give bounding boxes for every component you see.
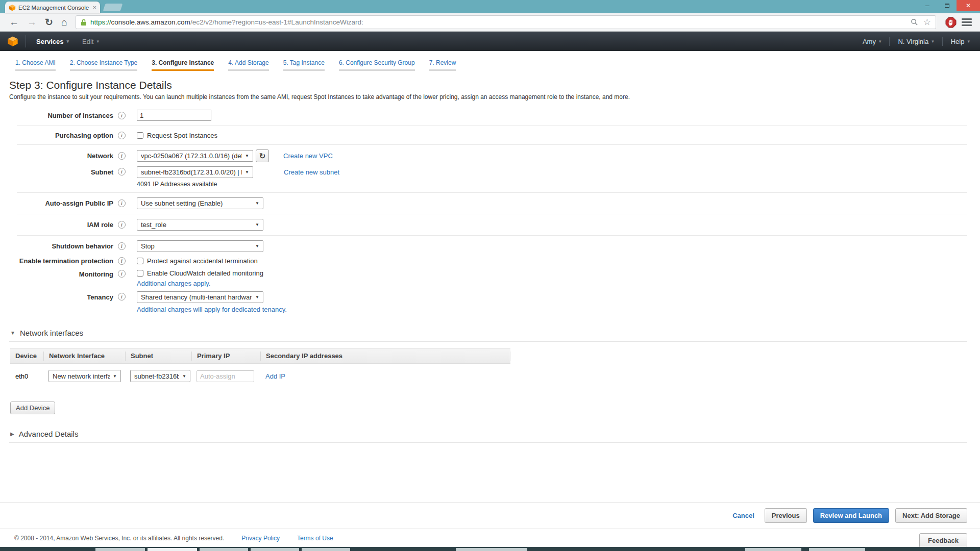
- new-tab-button[interactable]: [103, 4, 123, 11]
- column-header-device: Device: [10, 352, 43, 361]
- wizard-step-7-review[interactable]: 7. Review: [429, 59, 456, 71]
- subnet-select-value: subnet-fb2316bd(172.31.0.0/20) | Default…: [141, 168, 242, 176]
- next-add-storage-button[interactable]: Next: Add Storage: [895, 508, 967, 523]
- iam-role-select[interactable]: test_role ▼: [137, 219, 263, 231]
- table-header-row: Device Network Interface Subnet Primary …: [10, 348, 510, 364]
- network-select-value: vpc-0250a067 (172.31.0.0/16) (default): [141, 152, 242, 160]
- monitoring-checkbox[interactable]: [137, 270, 143, 277]
- browser-menu-icon[interactable]: [962, 17, 972, 28]
- network-interfaces-section-header[interactable]: ▼ Network interfaces: [10, 329, 980, 337]
- browser-titlebar: EC2 Management Console × ─ ✕: [0, 0, 980, 13]
- advanced-details-section-header[interactable]: ▶ Advanced Details: [10, 430, 980, 438]
- network-select[interactable]: vpc-0250a067 (172.31.0.0/16) (default) ▼: [137, 150, 253, 162]
- info-icon[interactable]: i: [118, 152, 126, 160]
- divider: [889, 37, 890, 46]
- info-icon[interactable]: i: [118, 168, 126, 176]
- previous-button[interactable]: Previous: [765, 508, 807, 523]
- tab-close-icon[interactable]: ×: [92, 4, 96, 11]
- url-host: console.aws.amazon.com: [111, 18, 190, 26]
- home-icon[interactable]: ⌂: [61, 16, 67, 28]
- shutdown-behavior-select[interactable]: Stop ▼: [137, 240, 263, 252]
- dedicated-tenancy-charges-link[interactable]: Additional charges will apply for dedica…: [137, 306, 287, 313]
- refresh-vpc-button[interactable]: ↻: [256, 149, 269, 162]
- info-icon[interactable]: i: [118, 270, 126, 278]
- termination-protection-label: Enable termination protection: [8, 257, 113, 265]
- primary-ip-input[interactable]: [197, 370, 254, 382]
- taskbar-app-button: [302, 548, 350, 551]
- url-bar[interactable]: https://console.aws.amazon.com/ec2/v2/ho…: [76, 15, 936, 29]
- cancel-link[interactable]: Cancel: [732, 512, 754, 519]
- divider: [17, 235, 967, 236]
- taskbar-app-button: [148, 548, 197, 551]
- form-row-purchasing-option: Purchasing option i Request Spot Instanc…: [8, 129, 980, 142]
- chevron-down-icon: ▼: [255, 295, 259, 299]
- wizard-step-2-choose-instance-type[interactable]: 2. Choose Instance Type: [70, 59, 138, 71]
- window-minimize-button[interactable]: ─: [918, 0, 937, 11]
- feedback-button[interactable]: Feedback: [919, 533, 967, 548]
- configure-instance-form: Number of instances i Purchasing option …: [8, 108, 980, 315]
- aws-logo-icon[interactable]: [7, 36, 18, 47]
- region-menu[interactable]: N. Virginia ▾: [895, 38, 937, 45]
- user-label: Amy: [863, 38, 876, 45]
- create-new-vpc-link[interactable]: Create new VPC: [283, 152, 333, 160]
- wizard-steps-bar: 1. Choose AMI 2. Choose Instance Type 3.…: [0, 51, 980, 71]
- purchasing-option-label: Purchasing option: [8, 132, 113, 139]
- reload-icon[interactable]: ↻: [45, 16, 53, 28]
- wizard-step-6-configure-security-group[interactable]: 6. Configure Security Group: [339, 59, 415, 71]
- wizard-step-5-tag-instance[interactable]: 5. Tag Instance: [283, 59, 325, 71]
- window-restore-button[interactable]: [937, 0, 957, 11]
- auto-assign-public-ip-select[interactable]: Use subnet setting (Enable) ▼: [137, 197, 263, 209]
- tab-title: EC2 Management Console: [18, 5, 92, 11]
- add-ip-link[interactable]: Add IP: [265, 372, 285, 380]
- taskbar-app-button: [95, 548, 145, 551]
- chevron-down-icon: ▼: [255, 222, 259, 227]
- tenancy-select[interactable]: Shared tenancy (multi-tenant hardware) ▼: [137, 291, 263, 303]
- help-menu[interactable]: Help ▾: [948, 38, 973, 45]
- main-content: Step 3: Configure Instance Details Confi…: [0, 79, 980, 443]
- edit-menu[interactable]: Edit ▾: [79, 38, 102, 45]
- aws-favicon: [9, 4, 16, 11]
- divider: [17, 214, 967, 214]
- row-network-interface-value: New network interfac: [53, 372, 110, 380]
- add-device-button[interactable]: Add Device: [10, 402, 55, 414]
- window-close-button[interactable]: ✕: [957, 0, 980, 11]
- info-icon[interactable]: i: [118, 293, 126, 300]
- region-label: N. Virginia: [898, 38, 928, 45]
- info-icon[interactable]: i: [118, 112, 126, 119]
- additional-charges-link[interactable]: Additional charges apply.: [137, 280, 210, 287]
- wizard-step-4-add-storage[interactable]: 4. Add Storage: [228, 59, 268, 71]
- create-new-subnet-link[interactable]: Create new subnet: [284, 168, 339, 176]
- search-icon[interactable]: [911, 18, 918, 26]
- bookmark-star-icon[interactable]: ☆: [923, 17, 931, 28]
- forward-icon: →: [27, 17, 37, 28]
- number-of-instances-input[interactable]: [137, 110, 211, 121]
- wizard-step-1-choose-ami[interactable]: 1. Choose AMI: [15, 59, 56, 71]
- stop-hand-extension-icon[interactable]: [945, 17, 957, 28]
- column-header-network-interface: Network Interface: [43, 352, 125, 361]
- url-scheme: https://: [90, 18, 111, 26]
- info-icon[interactable]: i: [118, 257, 126, 265]
- info-icon[interactable]: i: [118, 132, 126, 139]
- divider: [26, 35, 26, 47]
- user-menu[interactable]: Amy ▾: [860, 38, 885, 45]
- privacy-policy-link[interactable]: Privacy Policy: [241, 535, 280, 542]
- browser-tab[interactable]: EC2 Management Console ×: [5, 2, 100, 13]
- form-row-monitoring: Monitoring i Enable CloudWatch detailed …: [8, 267, 980, 289]
- wizard-action-bar: Cancel Previous Review and Launch Next: …: [0, 502, 980, 523]
- terms-of-use-link[interactable]: Terms of Use: [297, 535, 333, 542]
- termination-protection-checkbox[interactable]: [137, 258, 143, 264]
- back-icon[interactable]: ←: [9, 17, 19, 28]
- info-icon[interactable]: i: [118, 242, 126, 250]
- row-subnet-select[interactable]: subnet-fb2316b ▼: [130, 370, 190, 382]
- chevron-down-icon: ▼: [113, 374, 117, 379]
- row-network-interface-select[interactable]: New network interfac ▼: [48, 370, 121, 382]
- divider: [17, 144, 967, 145]
- info-icon[interactable]: i: [118, 221, 126, 229]
- review-and-launch-button[interactable]: Review and Launch: [813, 508, 889, 523]
- subnet-select[interactable]: subnet-fb2316bd(172.31.0.0/20) | Default…: [137, 166, 253, 178]
- edit-label: Edit: [82, 38, 93, 45]
- info-icon[interactable]: i: [118, 199, 126, 207]
- services-menu[interactable]: Services ▾: [33, 38, 72, 45]
- tenancy-label: Tenancy: [8, 291, 113, 301]
- request-spot-instances-checkbox[interactable]: [137, 132, 143, 139]
